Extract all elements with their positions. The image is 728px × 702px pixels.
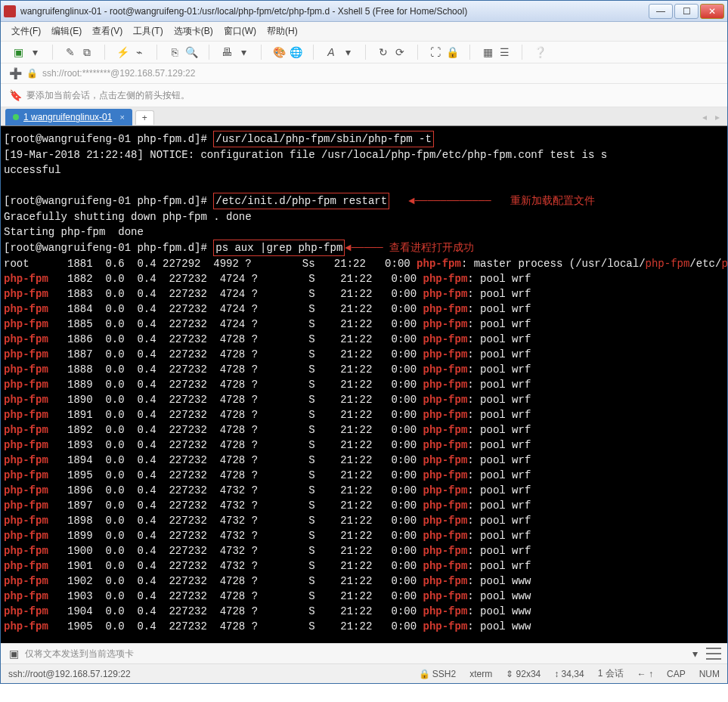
status-termtype: xterm <box>469 669 492 679</box>
plus-icon[interactable]: ➕ <box>8 66 22 80</box>
dropdown-icon[interactable]: ▾ <box>688 647 702 660</box>
status-size: ⇕ 92x34 <box>506 669 541 679</box>
tab-add-button[interactable]: + <box>135 110 154 125</box>
tab-nav-arrows[interactable]: ◂ ▸ <box>702 112 723 122</box>
menu-item[interactable]: 编辑(E) <box>51 25 82 38</box>
tab-label: 1 wangruifenglinux-01 <box>23 112 112 122</box>
status-num: NUM <box>699 669 720 679</box>
disconnect-icon[interactable]: ⌁ <box>132 45 146 59</box>
status-protocol: 🔒 SSH2 <box>419 669 457 679</box>
menu-item[interactable]: 帮助(H) <box>267 25 298 38</box>
printer-icon[interactable]: 🖶 <box>220 45 234 59</box>
status-transfer: ← ↑ <box>637 669 653 679</box>
menu-item[interactable]: 查看(V) <box>92 25 122 38</box>
fullscreen-icon[interactable]: ⛶ <box>429 45 442 59</box>
status-caps: CAP <box>667 669 686 679</box>
sync-icon[interactable]: ⟳ <box>393 45 407 59</box>
globe-icon[interactable]: 🌐 <box>289 45 302 59</box>
new-session-icon[interactable]: ▣ <box>11 45 25 59</box>
status-sessions: 1 会话 <box>598 667 624 680</box>
toolbar: ▣▾ ✎⧉ ⚡⌁ ⎘🔍 🖶▾ 🎨🌐 A▾ ↻⟳ ⛶🔒 ▦☰ ❔ <box>1 42 727 63</box>
minimize-button[interactable]: — <box>649 4 673 19</box>
menu-item[interactable]: 文件(F) <box>11 25 41 38</box>
menu-item[interactable]: 选项卡(B) <box>174 25 213 38</box>
search-icon[interactable]: 🔍 <box>184 45 198 59</box>
connect-icon[interactable]: ⚡ <box>116 45 129 59</box>
lock-icon: 🔒 <box>26 68 38 79</box>
tabs: 1 wangruifenglinux-01 × + ◂ ▸ <box>1 107 727 126</box>
refresh-icon[interactable]: ↻ <box>376 45 390 59</box>
grid-icon[interactable]: ▦ <box>481 45 494 59</box>
menu-item[interactable]: 窗口(W) <box>224 25 256 38</box>
dropdown-icon[interactable]: ▾ <box>237 45 250 59</box>
status-dot-icon <box>13 114 19 120</box>
send-input[interactable]: 仅将文本发送到当前选项卡 <box>25 648 683 660</box>
terminal[interactable]: [root@wangruifeng-01 php-fpm.d]# /usr/lo… <box>1 126 727 643</box>
highlight-icon[interactable]: ⧉ <box>80 45 94 59</box>
maximize-button[interactable]: ☐ <box>674 4 699 19</box>
hint-bar: 🔖 要添加当前会话，点击左侧的箭头按钮。 <box>1 84 727 107</box>
menu-item[interactable]: 工具(T) <box>133 25 163 38</box>
font-icon[interactable]: A <box>324 45 338 59</box>
bookmark-icon[interactable]: 🔖 <box>8 88 22 102</box>
address-bar: ➕ 🔒 ssh://root:********@192.168.57.129:2… <box>1 63 727 84</box>
status-cursor: ↕ 34,34 <box>554 669 584 679</box>
window-title: wangruifenglinux-01 - root@wangruifeng-0… <box>20 6 649 17</box>
tab-session-1[interactable]: 1 wangruifenglinux-01 × <box>5 109 132 125</box>
menu-icon[interactable] <box>706 648 721 660</box>
menubar: 文件(F)编辑(E)查看(V)工具(T)选项卡(B)窗口(W)帮助(H) <box>1 22 727 42</box>
dropdown-icon[interactable]: ▾ <box>341 45 355 59</box>
tab-close-icon[interactable]: × <box>116 113 124 122</box>
list-icon[interactable]: ☰ <box>497 45 511 59</box>
copy-icon[interactable]: ⎘ <box>168 45 181 59</box>
close-button[interactable]: ✕ <box>700 4 724 19</box>
status-connection: ssh://root@192.168.57.129:22 <box>8 669 131 679</box>
app-icon <box>4 5 16 17</box>
hint-text: 要添加当前会话，点击左侧的箭头按钮。 <box>26 89 190 102</box>
lock-icon[interactable]: 🔒 <box>445 45 459 59</box>
help-icon[interactable]: ❔ <box>533 45 547 59</box>
dropdown-icon[interactable]: ▾ <box>28 45 42 59</box>
pen-icon[interactable]: ✎ <box>64 45 77 59</box>
address-text[interactable]: ssh://root:********@192.168.57.129:22 <box>42 68 195 79</box>
send-bar: ▣ 仅将文本发送到当前选项卡 ▾ <box>1 643 727 663</box>
palette-icon[interactable]: 🎨 <box>272 45 286 59</box>
titlebar: wangruifenglinux-01 - root@wangruifeng-0… <box>1 1 727 22</box>
status-bar: ssh://root@192.168.57.129:22 🔒 SSH2 xter… <box>1 663 727 683</box>
terminal-icon[interactable]: ▣ <box>7 647 20 660</box>
